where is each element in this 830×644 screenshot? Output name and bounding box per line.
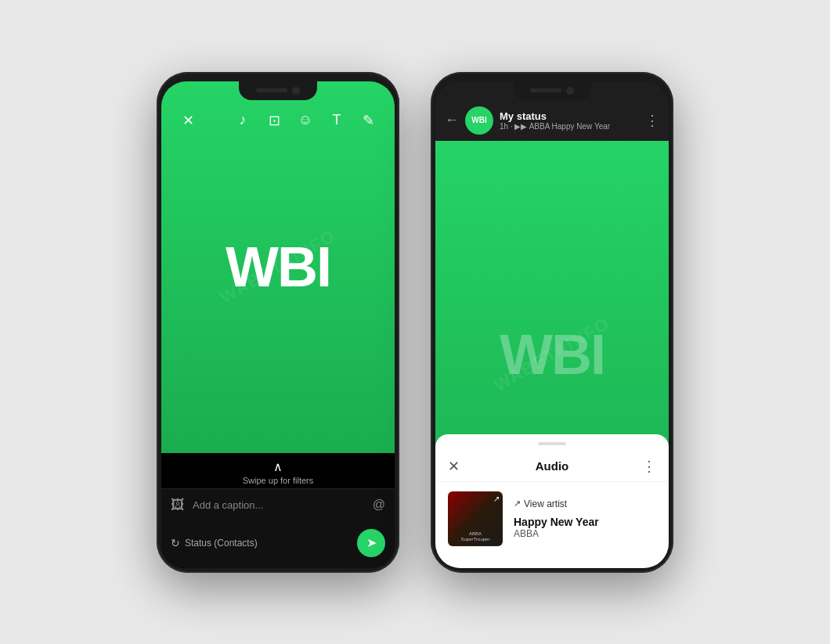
sheet-body: ABBA SuperTrouper ↗ ↗ View artist xyxy=(435,482,669,556)
toolbar-right-icons: ♪ ⊡ ☺ T ✎ xyxy=(229,106,382,135)
send-bar: ↻ Status (Contacts) ➤ xyxy=(161,521,395,568)
camera-right xyxy=(566,87,574,95)
phone-right: ← WBI My status 1h · ▶▶ ABBA Happy New Y… xyxy=(431,72,673,573)
more-options-icon[interactable]: ⋮ xyxy=(645,112,659,129)
track-info: ↗ View artist Happy New Year ABBA xyxy=(514,498,656,539)
status-name: My status xyxy=(500,110,639,122)
crop-icon[interactable]: ⊡ xyxy=(260,106,288,135)
phone-right-screen: ← WBI My status 1h · ▶▶ ABBA Happy New Y… xyxy=(435,81,669,568)
caption-image-icon: 🖼 xyxy=(171,497,185,513)
caption-bar: 🖼 Add a caption... @ xyxy=(161,488,395,521)
music-icon[interactable]: ♪ xyxy=(229,106,257,135)
phone-left-screen: ✕ ♪ ⊡ ☺ T xyxy=(161,81,395,568)
close-button[interactable]: ✕ xyxy=(174,106,202,135)
emoji-icon[interactable]: ☺ xyxy=(291,106,319,135)
view-artist-row: ↗ View artist xyxy=(514,498,656,509)
track-artist: ABBA xyxy=(514,528,656,539)
send-icon: ➤ xyxy=(366,535,377,550)
sheet-header: ✕ Audio ⋮ xyxy=(435,452,669,482)
sheet-title: Audio xyxy=(470,459,634,473)
track-title: Happy New Year xyxy=(514,516,656,528)
text-icon[interactable]: T xyxy=(323,106,351,135)
external-link-icon: ↗ xyxy=(493,495,500,503)
avatar: WBI xyxy=(465,106,493,135)
status-info: My status 1h · ▶▶ ABBA Happy New Year xyxy=(500,110,639,131)
view-artist-button[interactable]: View artist xyxy=(524,498,567,509)
swipe-hint: ∧ Swipe up for filters xyxy=(161,453,395,488)
wbi-logo-left: WBI xyxy=(226,235,330,299)
status-contacts-label: Status (Contacts) xyxy=(185,538,258,549)
phones-container: ✕ ♪ ⊡ ☺ T xyxy=(133,49,697,596)
contacts-icon: ↻ xyxy=(171,537,180,549)
back-button[interactable]: ← xyxy=(445,112,459,128)
mention-icon[interactable]: @ xyxy=(373,498,385,512)
phone1-screen: ✕ ♪ ⊡ ☺ T xyxy=(161,81,395,568)
view-artist-icon: ↗ xyxy=(514,498,521,509)
notch-left xyxy=(239,81,317,100)
status-meta: 1h · ▶▶ ABBA Happy New Year xyxy=(500,122,639,131)
sheet-handle xyxy=(538,442,566,445)
caption-input[interactable]: Add a caption... xyxy=(193,499,365,511)
sheet-close-button[interactable]: ✕ xyxy=(448,458,470,475)
album-art: ABBA SuperTrouper ↗ xyxy=(448,491,503,546)
sheet-more-icon[interactable]: ⋮ xyxy=(634,458,656,475)
wbi-logo-right: WBI xyxy=(500,322,604,387)
audio-sheet: ✕ Audio ⋮ ABBA SuperTrouper xyxy=(435,434,669,568)
camera xyxy=(292,87,300,95)
pen-icon[interactable]: ✎ xyxy=(354,106,382,135)
status-contacts[interactable]: ↻ Status (Contacts) xyxy=(171,537,258,549)
album-label: ABBA SuperTrouper xyxy=(461,531,490,542)
phone2-screen: ← WBI My status 1h · ▶▶ ABBA Happy New Y… xyxy=(435,81,669,568)
phone-left: ✕ ♪ ⊡ ☺ T xyxy=(157,72,399,573)
phone2-content: WABETAINFO WBI ✕ Audio ⋮ xyxy=(435,141,669,568)
notch-right xyxy=(513,81,591,100)
swipe-up-arrow-icon: ∧ xyxy=(273,459,283,474)
speaker xyxy=(256,88,287,92)
speaker-right xyxy=(530,88,561,92)
send-button[interactable]: ➤ xyxy=(357,529,385,557)
swipe-label: Swipe up for filters xyxy=(243,476,313,485)
